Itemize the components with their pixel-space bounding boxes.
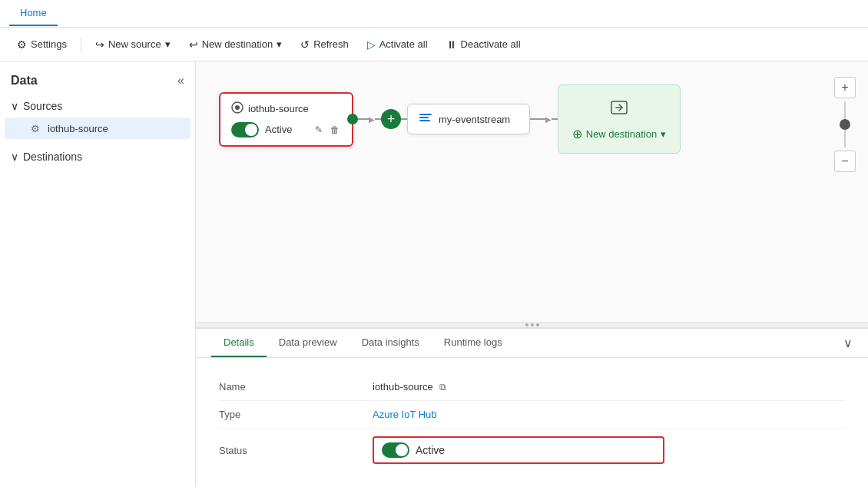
zoom-slider[interactable] (844, 101, 846, 147)
new-dest-flow-label: New destination (586, 128, 658, 140)
detail-row-status: Status Active (219, 429, 845, 472)
refresh-icon: ↺ (300, 38, 310, 51)
type-value: Azure IoT Hub (373, 409, 437, 420)
sidebar-item-iothub-source[interactable]: ⚙ iothub-source (5, 118, 190, 139)
arrow-2: ▶ (545, 115, 552, 124)
node-actions: ✎ 🗑 (313, 123, 341, 137)
destinations-section: ∨ Destinations (0, 143, 195, 171)
new-destination-flow-button[interactable]: ⊕ New destination ▾ (572, 127, 667, 141)
arrow-1: ▶ (369, 115, 375, 124)
sidebar-header: Data « (0, 69, 195, 92)
source-item-label: iothub-source (48, 123, 108, 134)
settings-icon: ⚙ (17, 38, 27, 51)
resize-handle[interactable] (196, 322, 868, 328)
zoom-out-button[interactable]: − (834, 151, 856, 172)
destinations-chevron-icon: ∨ (11, 151, 18, 163)
name-value: iothub-source ⧉ (373, 381, 446, 393)
sources-label: Sources (23, 100, 62, 112)
flow-diagram: iothub-source Active ✎ 🗑 ▶ (219, 84, 681, 154)
type-value-text: Azure IoT Hub (373, 409, 437, 420)
node-toggle-row: Active ✎ 🗑 (231, 122, 341, 137)
line-3 (401, 118, 407, 120)
sources-section-header[interactable]: ∨ Sources (0, 95, 195, 117)
svg-rect-3 (419, 117, 429, 118)
svg-point-1 (235, 105, 240, 110)
name-label: Name (219, 381, 373, 393)
resize-dots (525, 323, 539, 326)
line-2 (375, 118, 381, 120)
details-panel: Details Data preview Data insights Runti… (196, 328, 868, 487)
type-label: Type (219, 409, 373, 420)
new-source-chevron-icon: ▾ (165, 38, 171, 50)
status-value-container: Active (373, 436, 664, 464)
deactivate-icon: ⏸ (446, 38, 457, 51)
tab-details[interactable]: Details (211, 329, 267, 357)
dest-placeholder-icon (608, 97, 630, 121)
details-content: Name iothub-source ⧉ Type Azure IoT Hub … (196, 358, 868, 487)
resize-dot-1 (525, 323, 528, 326)
sources-chevron-icon: ∨ (11, 100, 18, 112)
separator-1 (81, 37, 81, 52)
resize-dot-2 (531, 323, 534, 326)
source-toggle[interactable] (231, 122, 259, 137)
details-collapse-button[interactable]: ∨ (843, 336, 853, 350)
delete-source-button[interactable]: 🗑 (329, 123, 341, 137)
detail-row-type: Type Azure IoT Hub (219, 401, 845, 429)
eventstream-icon (419, 111, 432, 128)
zoom-in-button[interactable]: + (834, 77, 856, 98)
new-dest-flow-chevron: ▾ (661, 128, 666, 140)
top-tab-bar: Home (0, 0, 868, 28)
source-item-icon: ⚙ (29, 122, 41, 134)
add-connector-button[interactable]: + (381, 109, 401, 129)
flow-canvas[interactable]: iothub-source Active ✎ 🗑 ▶ (196, 61, 868, 322)
source-node[interactable]: iothub-source Active ✎ 🗑 (219, 92, 353, 147)
activate-icon: ▷ (367, 38, 376, 51)
detail-row-name: Name iothub-source ⧉ (219, 373, 845, 401)
new-destination-button[interactable]: ↩ New destination ▾ (181, 35, 290, 55)
connector-2: ▶ (530, 115, 558, 124)
eventstream-node[interactable]: my-eventstream (407, 104, 530, 134)
main-layout: Data « ∨ Sources ⚙ iothub-source ∨ Desti… (0, 61, 868, 487)
settings-button[interactable]: ⚙ Settings (9, 35, 75, 55)
resize-dot-3 (536, 323, 539, 326)
status-value-text: Active (416, 444, 445, 456)
source-edge-dot (347, 114, 358, 124)
edit-source-button[interactable]: ✎ (313, 123, 324, 137)
connector-1: ▶ + (353, 109, 407, 129)
deactivate-all-button[interactable]: ⏸ Deactivate all (439, 35, 528, 55)
status-toggle[interactable] (382, 442, 409, 458)
details-tabs: Details Data preview Data insights Runti… (196, 329, 868, 358)
tab-runtime-logs[interactable]: Runtime logs (432, 329, 515, 357)
tab-home[interactable]: Home (9, 1, 58, 26)
tab-data-insights[interactable]: Data insights (350, 329, 432, 357)
canvas-area: iothub-source Active ✎ 🗑 ▶ (196, 61, 868, 487)
sidebar-collapse-button[interactable]: « (177, 74, 184, 88)
new-dest-plus-icon: ⊕ (572, 127, 582, 141)
tab-data-preview[interactable]: Data preview (267, 329, 350, 357)
sidebar-title: Data (11, 74, 38, 88)
new-dest-chevron-icon: ▾ (277, 38, 282, 50)
refresh-button[interactable]: ↺ Refresh (293, 35, 356, 55)
source-node-title: iothub-source (248, 103, 309, 114)
copy-icon[interactable]: ⧉ (439, 382, 446, 393)
eventstream-label: my-eventstream (439, 114, 510, 125)
line-4 (530, 118, 545, 120)
svg-rect-2 (419, 114, 432, 115)
destinations-label: Destinations (23, 151, 82, 163)
svg-rect-4 (419, 120, 430, 121)
activate-all-button[interactable]: ▷ Activate all (359, 35, 436, 55)
new-source-icon: ↪ (95, 38, 104, 51)
zoom-slider-thumb (840, 119, 850, 130)
new-source-button[interactable]: ↪ New source ▾ (88, 35, 178, 55)
sidebar: Data « ∨ Sources ⚙ iothub-source ∨ Desti… (0, 61, 196, 487)
new-dest-icon: ↩ (189, 38, 198, 51)
source-node-icon (231, 101, 244, 116)
toolbar: ⚙ Settings ↪ New source ▾ ↩ New destinat… (0, 28, 868, 61)
destinations-section-header[interactable]: ∨ Destinations (0, 146, 195, 167)
sources-section: ∨ Sources ⚙ iothub-source (0, 92, 195, 143)
source-node-header: iothub-source (231, 101, 341, 116)
source-status-label: Active (265, 124, 292, 135)
line-5 (552, 118, 558, 120)
zoom-controls: + − (834, 77, 856, 172)
destination-placeholder: ⊕ New destination ▾ (558, 84, 681, 154)
